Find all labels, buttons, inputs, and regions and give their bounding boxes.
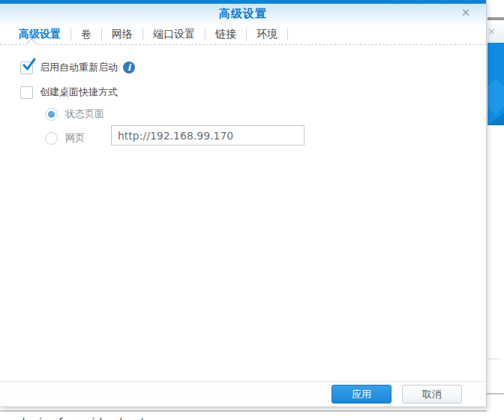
tab-bar: 高级设置 卷 网络 端口设置 链接 环境 xyxy=(0,25,486,45)
clipped-background-text: device for guide about xyxy=(18,415,243,420)
status-page-row: 状态页面 xyxy=(45,107,104,121)
desktop-shortcut-checkbox[interactable] xyxy=(20,86,33,99)
webpage-row: 网页 xyxy=(45,131,85,145)
wallpaper-facet-dark xyxy=(488,113,504,125)
tab-separator xyxy=(287,28,288,40)
advanced-settings-dialog: 高级设置 ✕ 高级设置 卷 网络 端口设置 链接 环境 启用自动重新启 xyxy=(0,0,487,407)
screen: × device for guide about 高级设置 ✕ 高级设置 卷 网… xyxy=(0,0,504,420)
auto-restart-row: 启用自动重新启动 i xyxy=(20,61,135,74)
close-icon[interactable]: ✕ xyxy=(459,6,472,20)
check-icon xyxy=(22,58,37,72)
background-below-dialog: device for guide about xyxy=(0,407,504,420)
background-header-band: × xyxy=(488,20,504,43)
radio-selected-dot xyxy=(48,111,55,118)
tab-port-settings[interactable]: 端口设置 xyxy=(143,28,205,41)
auto-restart-label: 启用自动重新启动 xyxy=(40,61,118,74)
desktop-shortcut-row: 创建桌面快捷方式 xyxy=(20,86,118,99)
url-input[interactable] xyxy=(111,125,304,146)
background-window-border xyxy=(488,358,500,359)
webpage-label: 网页 xyxy=(65,131,85,145)
background-close-icon: × xyxy=(488,26,498,37)
tab-volume[interactable]: 卷 xyxy=(71,28,101,41)
dialog-footer: 应用 取消 xyxy=(0,381,486,406)
wallpaper-facet-light xyxy=(488,79,504,115)
tab-advanced-settings[interactable]: 高级设置 xyxy=(9,28,70,41)
desktop-wallpaper xyxy=(488,43,504,125)
cancel-button[interactable]: 取消 xyxy=(402,385,462,404)
dialog-titlebar[interactable]: 高级设置 ✕ xyxy=(0,4,486,25)
background-window-bottom-edge xyxy=(484,393,504,394)
tab-links[interactable]: 链接 xyxy=(206,28,246,41)
webpage-radio[interactable] xyxy=(45,132,58,145)
apply-button[interactable]: 应用 xyxy=(332,385,392,404)
desktop-shortcut-label: 创建桌面快捷方式 xyxy=(40,86,118,99)
dialog-title: 高级设置 xyxy=(0,7,486,21)
background-window-bottom-line xyxy=(0,410,487,412)
tab-network[interactable]: 网络 xyxy=(102,28,142,41)
background-window-right-edge: × xyxy=(487,0,504,420)
info-icon[interactable]: i xyxy=(123,62,135,74)
status-page-radio[interactable] xyxy=(45,108,58,121)
status-page-label: 状态页面 xyxy=(65,107,104,121)
tab-environment[interactable]: 环境 xyxy=(247,28,287,41)
auto-restart-checkbox[interactable] xyxy=(20,62,33,74)
